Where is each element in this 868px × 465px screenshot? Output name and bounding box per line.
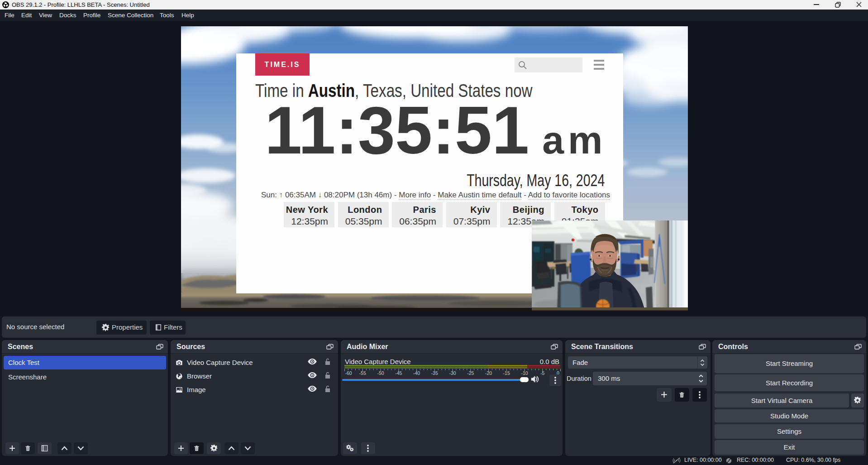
svg-text:-10: -10 xyxy=(521,370,528,376)
svg-text:-15: -15 xyxy=(503,370,510,376)
svg-text:-20: -20 xyxy=(485,370,492,376)
svg-text:-50: -50 xyxy=(377,370,384,376)
svg-text:-55: -55 xyxy=(359,370,366,376)
svg-text:-40: -40 xyxy=(413,370,420,376)
svg-text:-5: -5 xyxy=(540,370,544,376)
svg-text:-30: -30 xyxy=(449,370,456,376)
svg-text:-25: -25 xyxy=(467,370,474,376)
svg-text:-60: -60 xyxy=(345,370,352,376)
svg-text:-35: -35 xyxy=(431,370,438,376)
svg-text:-45: -45 xyxy=(395,370,402,376)
